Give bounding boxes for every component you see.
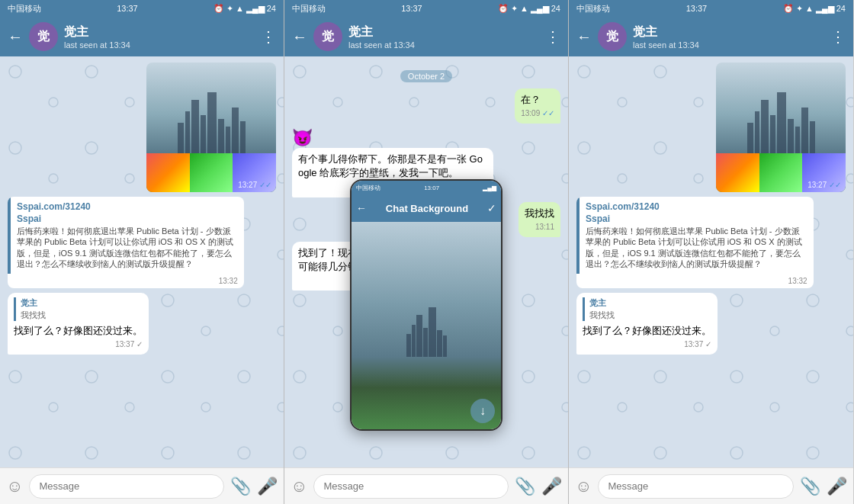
- message-input-right[interactable]: [598, 474, 794, 499]
- msg-text-quote-right: 找到了么？好像图还没过来。: [583, 324, 711, 338]
- status-bar-mid: 中国移动 13:37 ⏰ ✦ ▲ ▂▄▆ 24: [284, 0, 568, 17]
- chat-image-right: [716, 63, 846, 192]
- attach-icon-mid[interactable]: 📎: [515, 477, 535, 496]
- icons-left: ⏰ ✦ ▲ ▂▄▆ 24: [214, 4, 276, 14]
- avatar-right: 觉: [598, 22, 627, 51]
- header-info-mid: 觉主 last seen at 13:34: [348, 24, 539, 50]
- header-info-right: 觉主 last seen at 13:34: [633, 24, 824, 50]
- carrier-left: 中国移动: [8, 3, 41, 14]
- chat-header-mid: ← 觉 觉主 last seen at 13:34 ⋮: [284, 17, 568, 56]
- message-input-left[interactable]: [29, 474, 224, 499]
- chat-body-mid[interactable]: October 2 在？ 13:09 ✓✓ 😈 有个事儿得你帮下。你那是不是有一…: [284, 56, 568, 467]
- msg-bubble-quote-right: 觉主 我找找 找到了么？好像图还没过来。 13:37 ✓: [576, 293, 718, 355]
- msg-row-link-right: Sspai.com/31240 Sspai 后悔药来啦！如何彻底退出苹果 Pub…: [576, 197, 846, 288]
- contact-name-left: 觉主: [64, 24, 255, 40]
- menu-icon-right[interactable]: ⋮: [830, 27, 846, 46]
- contact-name-right: 觉主: [633, 24, 824, 40]
- contact-name-mid: 觉主: [348, 24, 539, 40]
- link-card-left: Sspai.com/31240 Sspai 后悔药来啦！如何彻底退出苹果 Pub…: [8, 197, 244, 288]
- chat-header-right: ← 觉 觉主 last seen at 13:34 ⋮: [569, 17, 853, 56]
- overlay-status-bar: 中国移动 13:07 ▂▄▆: [352, 181, 501, 194]
- input-bar-right: ☺ 📎 🎤: [569, 467, 853, 504]
- link-title-right: Sspai: [586, 213, 807, 224]
- link-time-left: 13:32: [8, 275, 244, 288]
- overlay-back-icon[interactable]: ←: [356, 202, 367, 214]
- chat-body-left[interactable]: 13:27 ✓✓ Sspai.com/31240 Sspai 后悔药来啦！如何彻…: [0, 56, 284, 467]
- chat-image-left: [146, 63, 276, 192]
- link-desc-right: 后悔药来啦！如何彻底退出苹果 Public Beta 计划 - 少数派苹果的 P…: [586, 226, 807, 269]
- scroll-down-btn[interactable]: ↓: [470, 399, 495, 423]
- quote-name-left: 觉主: [21, 297, 143, 309]
- link-desc-left: 后悔药来啦！如何彻底退出苹果 Public Beta 计划 - 少数派苹果的 P…: [17, 226, 238, 269]
- msg-bubble-out2-mid: 我找找 13:11: [518, 202, 560, 237]
- input-bar-mid: ☺ 📎 🎤: [284, 467, 568, 504]
- icons-right: ⏰ ✦ ▲ ▂▄▆ 24: [783, 4, 846, 14]
- message-input-mid[interactable]: [313, 474, 509, 499]
- overlay-check-icon[interactable]: ✓: [487, 202, 496, 214]
- back-button-mid[interactable]: ←: [292, 28, 307, 46]
- msg-row-quote-right: 觉主 我找找 找到了么？好像图还没过来。 13:37 ✓: [576, 293, 846, 355]
- attach-icon-left[interactable]: 📎: [230, 477, 251, 496]
- menu-icon-mid[interactable]: ⋮: [545, 27, 560, 46]
- quote-text-left: 我找找: [21, 310, 143, 321]
- emoji-icon-right[interactable]: ☺: [575, 477, 592, 496]
- carrier-mid: 中国移动: [292, 3, 326, 14]
- link-url-left[interactable]: Sspai.com/31240: [17, 201, 238, 212]
- quote-name-right: 觉主: [589, 297, 711, 309]
- msg-bubble-quote-left: 觉主 我找找 找到了么？好像图还没过来。 13:37 ✓: [8, 293, 149, 355]
- icons-mid: ⏰ ✦ ▲ ▂▄▆ 24: [498, 4, 560, 14]
- mic-icon-left[interactable]: 🎤: [257, 477, 278, 496]
- link-url-right[interactable]: Sspai.com/31240: [586, 201, 807, 212]
- msg-text-quote-left: 找到了么？好像图还没过来。: [14, 324, 143, 338]
- msg-row-image-out: 13:27 ✓✓: [8, 63, 276, 192]
- quote-msg-time-right: 13:37 ✓: [583, 339, 711, 350]
- demon-emoji-mid: 😈: [292, 128, 313, 148]
- time-mid: 13:37: [401, 4, 422, 13]
- link-card-content-right: Sspai.com/31240 Sspai 后悔药来啦！如何彻底退出苹果 Pub…: [580, 197, 814, 274]
- overlay-body: [352, 222, 501, 429]
- time-right: 13:37: [686, 4, 708, 13]
- header-info-left: 觉主 last seen at 13:34: [64, 24, 255, 50]
- chat-body-right[interactable]: 13:27 ✓✓ Sspai.com/31240 Sspai 后悔药来啦！如何彻…: [569, 56, 853, 467]
- link-card-content-left: Sspai.com/31240 Sspai 后悔药来啦！如何彻底退出苹果 Pub…: [11, 197, 244, 274]
- msg-row-image-right: 13:27 ✓✓: [576, 63, 846, 192]
- avatar-left: 觉: [29, 22, 58, 51]
- mic-icon-right[interactable]: 🎤: [827, 477, 847, 496]
- mic-icon-mid[interactable]: 🎤: [541, 477, 562, 496]
- quote-box-left: 觉主 我找找: [14, 297, 143, 321]
- time-left: 13:37: [117, 4, 138, 13]
- input-bar-left: ☺ 📎 🎤: [0, 467, 284, 504]
- status-bar-right: 中国移动 13:37 ⏰ ✦ ▲ ▂▄▆ 24: [569, 0, 853, 17]
- msg-row-out1-mid: 在？ 13:09 ✓✓: [292, 88, 560, 124]
- panel-left: 中国移动 13:37 ⏰ ✦ ▲ ▂▄▆ 24 ← 觉 觉主 last seen…: [0, 0, 284, 504]
- avatar-mid: 觉: [313, 22, 342, 51]
- image-time-right: 13:27 ✓✓: [807, 181, 841, 189]
- image-time-left: 13:27 ✓✓: [238, 181, 271, 189]
- quote-msg-time-left: 13:37 ✓: [14, 339, 143, 350]
- date-badge-mid: October 2: [292, 69, 560, 82]
- time-out1-mid: 13:09 ✓✓: [521, 108, 554, 119]
- chat-header-left: ← 觉 觉主 last seen at 13:34 ⋮: [0, 17, 284, 56]
- quote-box-right: 觉主 我找找: [583, 297, 711, 321]
- panel-right: 中国移动 13:37 ⏰ ✦ ▲ ▂▄▆ 24 ← 觉 觉主 last seen…: [569, 0, 853, 504]
- msg-row-link-left: Sspai.com/31240 Sspai 后悔药来啦！如何彻底退出苹果 Pub…: [8, 197, 276, 288]
- link-card-right: Sspai.com/31240 Sspai 后悔药来啦！如何彻底退出苹果 Pub…: [576, 197, 814, 288]
- emoji-icon-left[interactable]: ☺: [6, 477, 23, 496]
- contact-status-mid: last seen at 13:34: [348, 40, 539, 50]
- panel-middle: 中国移动 13:37 ⏰ ✦ ▲ ▂▄▆ 24 ← 觉 觉主 last seen…: [284, 0, 569, 504]
- contact-status-left: last seen at 13:34: [64, 40, 255, 50]
- contact-status-right: last seen at 13:34: [633, 40, 824, 50]
- back-button-left[interactable]: ←: [8, 28, 23, 46]
- emoji-icon-mid[interactable]: ☺: [291, 477, 307, 496]
- back-button-right[interactable]: ←: [576, 28, 592, 46]
- attach-icon-right[interactable]: 📎: [800, 477, 820, 496]
- overlay-buildings: [352, 307, 501, 357]
- link-title-left: Sspai: [17, 213, 238, 224]
- status-bar-left: 中国移动 13:37 ⏰ ✦ ▲ ▂▄▆ 24: [0, 0, 284, 17]
- msg-row-quote-left: 觉主 我找找 找到了么？好像图还没过来。 13:37 ✓: [8, 293, 276, 355]
- overlay-header: ← Chat Background ✓: [352, 194, 501, 222]
- menu-icon-left[interactable]: ⋮: [261, 27, 276, 46]
- msg-bubble-out1-mid: 在？ 13:09 ✓✓: [515, 88, 560, 124]
- time-out2-mid: 13:11: [525, 222, 554, 233]
- carrier-right: 中国移动: [576, 3, 610, 14]
